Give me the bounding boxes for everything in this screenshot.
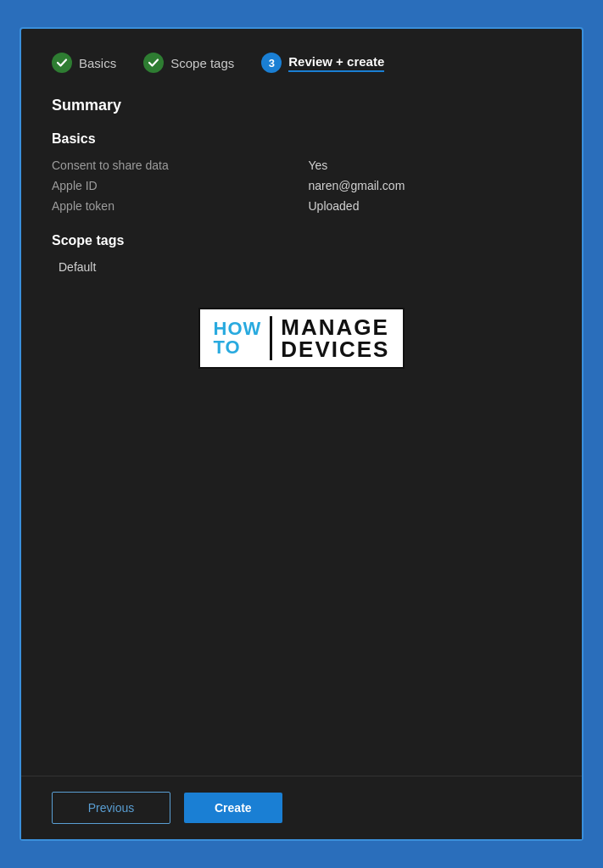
wizard-step-scope-tags[interactable]: Scope tags: [143, 53, 234, 73]
field-label-consent: Consent to share data: [52, 159, 295, 172]
main-content: Basics Scope tags 3 Review + create Summ…: [21, 29, 582, 776]
field-label-apple-id: Apple ID: [52, 179, 295, 192]
logo-manage-devices: MANAGE DEVICES: [270, 316, 389, 360]
field-value-apple-id: naren@gmail.com: [309, 179, 552, 192]
field-label-apple-token: Apple token: [52, 199, 295, 213]
previous-button[interactable]: Previous: [52, 792, 170, 824]
logo-how-text: HOW: [214, 320, 262, 338]
logo-manage-text: MANAGE: [281, 316, 389, 338]
scope-tag-default: Default: [52, 260, 551, 274]
scope-tags-section: Scope tags Default: [52, 233, 551, 274]
wizard-steps: Basics Scope tags 3 Review + create: [52, 53, 551, 73]
step-label-review-create: Review + create: [288, 54, 384, 72]
wizard-step-basics[interactable]: Basics: [52, 53, 116, 73]
logo-to-text: TO: [214, 338, 262, 357]
wizard-step-review-create[interactable]: 3 Review + create: [261, 53, 384, 73]
footer: Previous Create: [21, 776, 582, 839]
step-check-icon-basics: [52, 53, 72, 73]
logo-box: HOW TO MANAGE DEVICES: [198, 308, 405, 369]
logo-area: HOW TO MANAGE DEVICES: [52, 308, 551, 369]
logo-devices-text: DEVICES: [281, 338, 389, 360]
summary-title: Summary: [52, 97, 551, 114]
basics-section-title: Basics: [52, 131, 551, 147]
step-label-scope-tags: Scope tags: [170, 56, 234, 70]
create-button[interactable]: Create: [184, 793, 282, 823]
field-value-consent: Yes: [309, 159, 552, 172]
scope-tags-section-title: Scope tags: [52, 233, 551, 248]
step-label-basics: Basics: [79, 56, 116, 70]
main-window: Basics Scope tags 3 Review + create Summ…: [20, 27, 583, 841]
step-num-icon-review-create: 3: [261, 53, 282, 73]
logo-how-to: HOW TO: [214, 320, 262, 357]
basics-info-grid: Consent to share data Yes Apple ID naren…: [52, 159, 551, 213]
field-value-apple-token: Uploaded: [309, 199, 552, 213]
step-check-icon-scope-tags: [143, 53, 164, 73]
